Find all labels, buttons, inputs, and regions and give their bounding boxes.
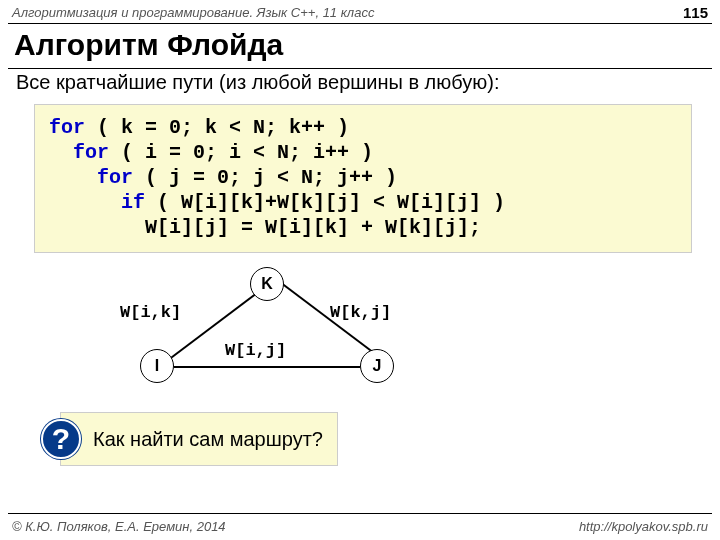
label-wkj: W[k,j]: [330, 303, 391, 322]
footer-rule: [8, 513, 712, 514]
label-wij: W[i,j]: [225, 341, 286, 360]
header-bar: Алгоритмизация и программирование. Язык …: [0, 0, 720, 23]
node-k: K: [250, 267, 284, 301]
label-wik: W[i,k]: [120, 303, 181, 322]
kw-for: for: [73, 141, 109, 164]
code-block: for ( k = 0; k < N; k++ ) for ( i = 0; i…: [34, 104, 692, 253]
course-title: Алгоритмизация и программирование. Язык …: [12, 5, 374, 20]
question-text: Как найти сам маршрут?: [93, 428, 323, 451]
kw-for: for: [49, 116, 85, 139]
footer: © К.Ю. Поляков, Е.А. Еремин, 2014 http:/…: [0, 519, 720, 534]
footer-url: http://kpolyakov.spb.ru: [579, 519, 708, 534]
subtitle: Все кратчайшие пути (из любой вершины в …: [0, 69, 720, 104]
page-number: 115: [683, 4, 708, 21]
kw-if: if: [121, 191, 145, 214]
node-i: I: [140, 349, 174, 383]
graph-diagram: K I J W[i,k] W[k,j] W[i,j]: [140, 267, 460, 397]
page-title: Алгоритм Флойда: [0, 24, 720, 68]
question-box: ? Как найти сам маршрут?: [60, 412, 338, 466]
copyright: © К.Ю. Поляков, Е.А. Еремин, 2014: [12, 519, 226, 534]
question-mark-icon: ?: [41, 419, 81, 459]
edge-ij: [174, 366, 360, 368]
kw-for: for: [97, 166, 133, 189]
node-j: J: [360, 349, 394, 383]
